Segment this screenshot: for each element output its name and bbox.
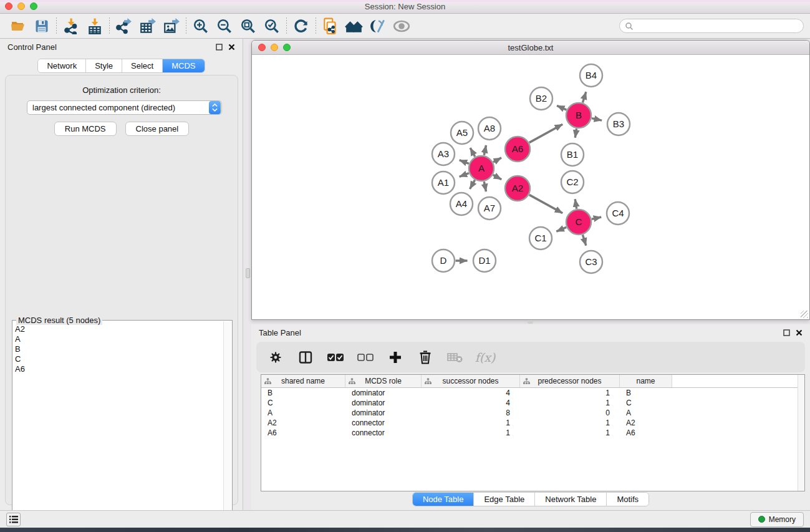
search-input[interactable] bbox=[634, 22, 798, 31]
zoom-window-button[interactable] bbox=[30, 2, 37, 10]
table-cell[interactable]: A bbox=[620, 409, 672, 417]
column-header-shared-name[interactable]: shared name bbox=[261, 375, 345, 387]
table-row[interactable]: Bdominator41B bbox=[261, 388, 804, 398]
node-A7[interactable]: A7 bbox=[478, 197, 501, 220]
table-cell[interactable]: 1 bbox=[520, 428, 620, 437]
table-settings-button[interactable] bbox=[265, 346, 286, 369]
column-header-name[interactable]: name bbox=[620, 375, 672, 387]
node-A4[interactable]: A4 bbox=[450, 193, 473, 215]
edge-A-A1[interactable] bbox=[460, 173, 469, 177]
graph-svg[interactable]: B4B2BB3A8A5A6A3B1AC2A1A2A4A7C4CC1C3DD1 bbox=[252, 55, 809, 319]
node-C2[interactable]: C2 bbox=[561, 171, 584, 193]
table-cell[interactable]: 1 bbox=[422, 428, 520, 437]
node-D1[interactable]: D1 bbox=[473, 249, 496, 272]
table-cell[interactable]: A2 bbox=[620, 418, 672, 427]
edge-A-A3[interactable] bbox=[460, 160, 469, 164]
result-item[interactable]: C bbox=[14, 354, 223, 364]
table-tab-network-table[interactable]: Network Table bbox=[535, 493, 607, 506]
select-all-button[interactable] bbox=[325, 346, 346, 369]
function-builder-button[interactable]: f(x) bbox=[475, 346, 496, 369]
add-column-button[interactable] bbox=[385, 346, 406, 369]
export-table-button[interactable] bbox=[136, 16, 160, 37]
node-A1[interactable]: A1 bbox=[432, 172, 455, 194]
node-table[interactable]: shared nameMCDS rolesuccessor nodesprede… bbox=[261, 374, 805, 491]
node-A8[interactable]: A8 bbox=[478, 117, 501, 140]
edge-B-B1[interactable] bbox=[575, 128, 576, 138]
column-header-predecessor-nodes[interactable]: predecessor nodes bbox=[520, 375, 620, 387]
resize-grip-icon[interactable] bbox=[801, 311, 808, 318]
edge-A-A4[interactable] bbox=[470, 180, 475, 189]
node-C[interactable]: C bbox=[566, 210, 591, 235]
tab-style[interactable]: Style bbox=[86, 59, 122, 72]
edge-C-C3[interactable] bbox=[582, 235, 586, 246]
table-cell[interactable]: 4 bbox=[422, 389, 520, 397]
node-A[interactable]: A bbox=[469, 156, 494, 181]
table-cell[interactable]: 1 bbox=[520, 399, 620, 407]
table-tab-node-table[interactable]: Node Table bbox=[413, 493, 475, 506]
search-field[interactable] bbox=[619, 19, 804, 33]
table-cell[interactable]: 8 bbox=[422, 409, 520, 417]
table-cell[interactable]: 1 bbox=[422, 418, 520, 427]
table-cell[interactable]: A2 bbox=[261, 418, 345, 427]
table-cell[interactable]: A bbox=[261, 409, 345, 417]
split-handle-horizontal[interactable] bbox=[528, 320, 533, 324]
edge-C-C2[interactable] bbox=[575, 199, 577, 209]
table-cell[interactable]: C bbox=[620, 399, 672, 407]
hide-annotations-button[interactable] bbox=[366, 16, 390, 37]
node-B1[interactable]: B1 bbox=[561, 143, 584, 166]
tab-mcds[interactable]: MCDS bbox=[163, 59, 204, 72]
import-network-button[interactable] bbox=[59, 16, 83, 37]
table-cell[interactable]: dominator bbox=[345, 399, 422, 407]
task-history-button[interactable] bbox=[6, 513, 21, 526]
open-session-button[interactable] bbox=[6, 16, 30, 37]
table-row[interactable]: A2connector11A2 bbox=[261, 418, 804, 428]
node-C1[interactable]: C1 bbox=[529, 227, 552, 249]
edge-A-A7[interactable] bbox=[484, 181, 486, 191]
result-scrollbar[interactable] bbox=[223, 321, 231, 530]
network-zoom-button[interactable] bbox=[283, 44, 291, 51]
table-tab-motifs[interactable]: Motifs bbox=[607, 493, 648, 506]
table-cell[interactable]: A6 bbox=[261, 428, 345, 437]
edge-A-A2[interactable] bbox=[493, 175, 501, 179]
table-row[interactable]: A6connector11A6 bbox=[261, 428, 804, 438]
edge-A6-B[interactable] bbox=[529, 124, 562, 142]
export-image-button[interactable] bbox=[160, 16, 183, 37]
close-panel-icon[interactable] bbox=[796, 329, 803, 336]
table-cell[interactable]: 1 bbox=[520, 418, 620, 427]
table-row[interactable]: Cdominator41C bbox=[261, 398, 804, 408]
close-panel-button[interactable]: Close panel bbox=[125, 122, 190, 136]
node-A2[interactable]: A2 bbox=[505, 176, 530, 201]
node-B[interactable]: B bbox=[566, 103, 591, 128]
network-window-titlebar[interactable]: testGlobe.txt bbox=[252, 41, 809, 55]
table-cell[interactable]: 0 bbox=[520, 409, 620, 417]
result-item[interactable]: A bbox=[14, 334, 223, 344]
run-mcds-button[interactable]: Run MCDS bbox=[54, 122, 117, 136]
float-panel-icon[interactable] bbox=[783, 329, 790, 336]
edge-B-B3[interactable] bbox=[592, 118, 602, 121]
result-item[interactable]: A2 bbox=[14, 324, 223, 334]
show-graphics-button[interactable] bbox=[390, 16, 413, 37]
home-button[interactable] bbox=[342, 16, 366, 37]
tab-network[interactable]: Network bbox=[38, 59, 86, 72]
mcds-result-list[interactable]: A2ABCA6 bbox=[14, 324, 223, 529]
table-tab-edge-table[interactable]: Edge Table bbox=[474, 493, 535, 506]
edge-B-B2[interactable] bbox=[557, 105, 566, 110]
import-table-button[interactable] bbox=[83, 16, 107, 37]
criterion-dropdown[interactable]: largest connected component (directed) bbox=[27, 100, 222, 115]
node-D[interactable]: D bbox=[432, 249, 455, 272]
node-A6[interactable]: A6 bbox=[505, 137, 530, 162]
edge-C-C4[interactable] bbox=[592, 217, 601, 219]
edge-C-C1[interactable] bbox=[556, 227, 566, 231]
node-C3[interactable]: C3 bbox=[580, 251, 602, 273]
zoom-in-button[interactable] bbox=[189, 16, 213, 37]
table-cell[interactable]: 1 bbox=[520, 389, 620, 397]
refresh-button[interactable] bbox=[289, 16, 313, 37]
node-A5[interactable]: A5 bbox=[451, 122, 473, 144]
table-cell[interactable]: B bbox=[261, 389, 345, 397]
node-B3[interactable]: B3 bbox=[607, 113, 630, 135]
node-B2[interactable]: B2 bbox=[530, 87, 552, 110]
memory-button[interactable]: Memory bbox=[750, 512, 804, 527]
edge-A2-C[interactable] bbox=[529, 195, 562, 213]
result-item[interactable]: A6 bbox=[14, 364, 223, 374]
close-window-button[interactable] bbox=[5, 2, 12, 10]
